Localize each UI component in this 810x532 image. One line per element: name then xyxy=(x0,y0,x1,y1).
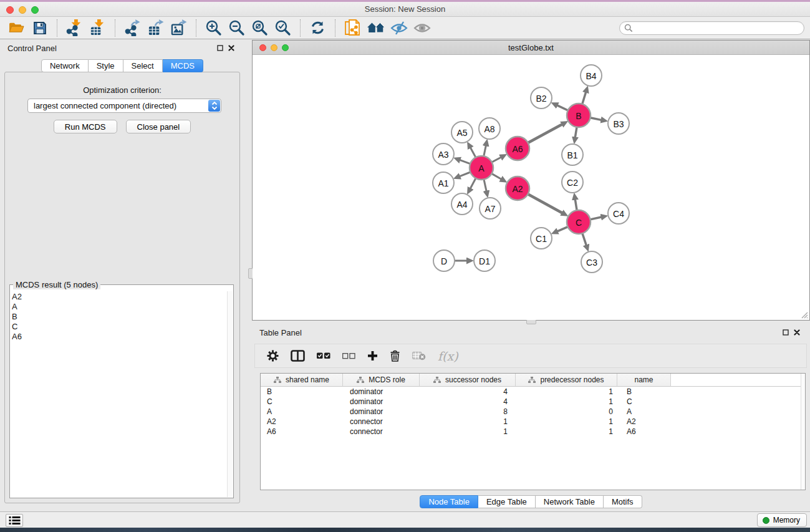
search-field[interactable] xyxy=(619,21,804,35)
node-A[interactable]: A xyxy=(470,156,493,180)
node-B[interactable]: B xyxy=(567,104,591,127)
edge-C-C2[interactable] xyxy=(575,199,577,211)
node-D1[interactable]: D1 xyxy=(474,250,495,271)
edge-C-C4[interactable] xyxy=(591,217,602,220)
column-header-MCDS-role[interactable]: MCDS role xyxy=(343,374,420,386)
select-stepper[interactable] xyxy=(208,100,220,112)
node-B1[interactable]: B1 xyxy=(562,144,583,165)
edge-C-C1[interactable] xyxy=(557,227,568,232)
optimization-criterion-select[interactable]: largest connected component (directed) xyxy=(27,99,221,113)
float-panel-button[interactable] xyxy=(215,43,226,53)
float-table-panel-button[interactable] xyxy=(780,327,791,337)
export-network-button[interactable] xyxy=(121,17,144,38)
show-hidden-button[interactable] xyxy=(410,17,433,38)
minimize-window-button[interactable] xyxy=(19,6,26,14)
deselect-all-button[interactable] xyxy=(342,353,355,359)
table-row[interactable]: A2connector11A2 xyxy=(261,417,805,427)
node-D[interactable]: D xyxy=(433,250,455,271)
node-A3[interactable]: A3 xyxy=(433,143,454,165)
network-canvas[interactable]: B4B2BB3A5A8A6A3B1AA1C2A2A4A7C4CC1C3DD1 xyxy=(253,56,809,320)
table-row[interactable]: Bdominator41B xyxy=(261,387,805,397)
edge-A2-C[interactable] xyxy=(528,194,563,213)
edge-A-A1[interactable] xyxy=(459,172,470,177)
column-header-predecessor-nodes[interactable]: predecessor nodes xyxy=(516,374,617,386)
export-image-button[interactable] xyxy=(167,17,190,38)
delete-table-button[interactable] xyxy=(412,351,426,360)
column-header-name[interactable]: name xyxy=(617,374,671,386)
node-B3[interactable]: B3 xyxy=(608,113,629,134)
resize-grip-icon[interactable] xyxy=(799,310,808,319)
hide-selected-button[interactable] xyxy=(387,17,410,38)
table-scrollbar[interactable] xyxy=(801,374,805,490)
mcds-result-item[interactable]: A2 xyxy=(12,292,226,302)
edge-A-A6[interactable] xyxy=(492,157,502,162)
mcds-result-item[interactable]: C xyxy=(12,322,226,332)
export-table-button[interactable] xyxy=(144,17,167,38)
zoom-in-button[interactable] xyxy=(202,17,225,38)
column-header-successor-nodes[interactable]: successor nodes xyxy=(420,374,516,386)
memory-status-button[interactable]: Memory xyxy=(757,513,807,527)
edge-A-A8[interactable] xyxy=(484,145,486,156)
run-mcds-button[interactable]: Run MCDS xyxy=(54,120,117,133)
table-row[interactable]: Adominator80A xyxy=(261,407,805,417)
node-A6[interactable]: A6 xyxy=(506,137,529,160)
function-builder-button[interactable]: f(x) xyxy=(438,349,458,363)
save-session-button[interactable] xyxy=(28,17,51,38)
zoom-network-button[interactable] xyxy=(282,44,289,51)
table-tab-network-table[interactable]: Network Table xyxy=(536,495,604,508)
edge-B-B2[interactable] xyxy=(557,105,568,110)
close-table-panel-button[interactable] xyxy=(791,327,803,337)
mcds-result-list[interactable]: A2ABCA6 xyxy=(12,292,226,496)
create-column-button[interactable] xyxy=(367,351,378,361)
edge-B-B4[interactable] xyxy=(582,92,586,104)
node-C2[interactable]: C2 xyxy=(562,172,583,193)
mcds-result-item[interactable]: A6 xyxy=(12,332,226,342)
table-tab-motifs[interactable]: Motifs xyxy=(604,495,642,508)
minimize-network-button[interactable] xyxy=(271,44,277,51)
import-table-button[interactable] xyxy=(86,17,109,38)
toggle-column-view-button[interactable] xyxy=(291,350,305,362)
select-all-button[interactable] xyxy=(317,352,330,359)
node-C1[interactable]: C1 xyxy=(531,228,552,249)
node-A8[interactable]: A8 xyxy=(479,118,500,139)
tab-select[interactable]: Select xyxy=(123,59,163,72)
node-A7[interactable]: A7 xyxy=(480,198,501,219)
node-A2[interactable]: A2 xyxy=(506,177,529,200)
table-row[interactable]: Cdominator41C xyxy=(261,397,805,407)
mcds-result-item[interactable]: A xyxy=(12,302,226,312)
delete-column-button[interactable] xyxy=(390,350,400,362)
table-settings-button[interactable] xyxy=(267,350,279,362)
table-tab-edge-table[interactable]: Edge Table xyxy=(478,495,536,508)
edge-B-B1[interactable] xyxy=(575,127,577,138)
node-A4[interactable]: A4 xyxy=(451,193,473,215)
table-row[interactable]: A6connector11A6 xyxy=(261,427,805,437)
node-C4[interactable]: C4 xyxy=(608,203,629,224)
node-A1[interactable]: A1 xyxy=(433,172,454,193)
result-scrollbar[interactable] xyxy=(227,291,233,497)
node-C[interactable]: C xyxy=(567,210,591,234)
zoom-out-button[interactable] xyxy=(225,17,248,38)
edge-A-A3[interactable] xyxy=(459,160,470,163)
close-network-button[interactable] xyxy=(259,44,266,51)
close-panel-button[interactable] xyxy=(226,43,237,53)
close-window-button[interactable] xyxy=(6,6,14,14)
mcds-result-item[interactable]: B xyxy=(12,312,226,322)
zoom-fit-button[interactable] xyxy=(248,17,271,38)
tab-network[interactable]: Network xyxy=(41,59,89,72)
edge-A-A4[interactable] xyxy=(470,178,476,189)
search-input[interactable] xyxy=(633,24,804,33)
edge-A-A2[interactable] xyxy=(492,173,502,179)
close-mcds-panel-button[interactable]: Close panel xyxy=(126,120,191,133)
network-graph[interactable]: B4B2BB3A5A8A6A3B1AA1C2A2A4A7C4CC1C3DD1 xyxy=(253,56,809,321)
column-header-shared-name[interactable]: shared name xyxy=(261,374,343,386)
edge-C-C3[interactable] xyxy=(582,233,587,246)
tab-style[interactable]: Style xyxy=(89,59,123,72)
refresh-layout-button[interactable] xyxy=(306,17,329,38)
table-tab-node-table[interactable]: Node Table xyxy=(420,495,478,508)
tab-mcds[interactable]: MCDS xyxy=(163,59,203,72)
new-network-from-file-button[interactable] xyxy=(341,17,364,38)
home-button[interactable] xyxy=(364,17,387,38)
zoom-selected-button[interactable] xyxy=(271,17,294,38)
node-B4[interactable]: B4 xyxy=(581,65,602,86)
zoom-window-button[interactable] xyxy=(31,6,39,14)
